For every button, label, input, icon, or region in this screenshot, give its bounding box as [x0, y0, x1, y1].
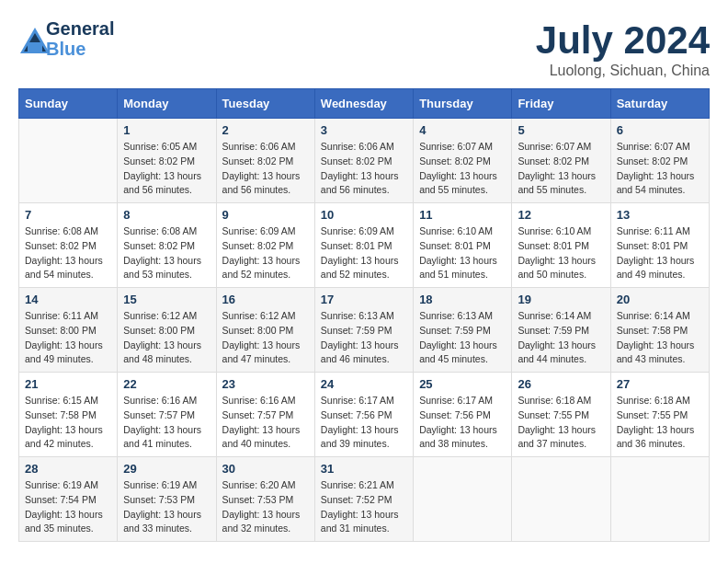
calendar-subtitle: Luolong, Sichuan, China [536, 63, 710, 79]
day-info: Sunrise: 6:17 AM Sunset: 7:56 PM Dayligh… [419, 394, 506, 452]
logo-blue: Blue [46, 39, 114, 59]
calendar-cell [610, 457, 709, 542]
day-number: 11 [419, 208, 506, 222]
calendar-cell: 7Sunrise: 6:08 AM Sunset: 8:02 PM Daylig… [19, 203, 118, 288]
day-info: Sunrise: 6:07 AM Sunset: 8:02 PM Dayligh… [419, 140, 506, 198]
calendar-cell: 28Sunrise: 6:19 AM Sunset: 7:54 PM Dayli… [19, 457, 118, 542]
calendar-cell [512, 457, 610, 542]
calendar-cell: 2Sunrise: 6:06 AM Sunset: 8:02 PM Daylig… [216, 119, 314, 203]
day-info: Sunrise: 6:19 AM Sunset: 7:54 PM Dayligh… [25, 478, 111, 536]
calendar-cell: 6Sunrise: 6:07 AM Sunset: 8:02 PM Daylig… [610, 119, 709, 203]
calendar-cell: 24Sunrise: 6:17 AM Sunset: 7:56 PM Dayli… [314, 373, 413, 457]
day-number: 21 [25, 377, 111, 391]
day-info: Sunrise: 6:07 AM Sunset: 8:02 PM Dayligh… [617, 140, 703, 198]
day-info: Sunrise: 6:21 AM Sunset: 7:52 PM Dayligh… [321, 478, 407, 536]
day-number: 18 [419, 293, 506, 306]
calendar-cell: 23Sunrise: 6:16 AM Sunset: 7:57 PM Dayli… [216, 373, 314, 457]
page-header: General Blue July 2024 Luolong, Sichuan,… [18, 18, 710, 79]
weekday-header-friday: Friday [512, 89, 610, 119]
day-number: 23 [222, 377, 309, 391]
calendar-cell [19, 119, 118, 203]
logo-icon [18, 26, 44, 52]
day-number: 30 [222, 462, 309, 476]
calendar-table: SundayMondayTuesdayWednesdayThursdayFrid… [18, 88, 710, 542]
weekday-header-sunday: Sunday [19, 89, 118, 119]
day-info: Sunrise: 6:08 AM Sunset: 8:02 PM Dayligh… [25, 224, 111, 282]
day-info: Sunrise: 6:18 AM Sunset: 7:55 PM Dayligh… [518, 394, 604, 452]
calendar-cell: 5Sunrise: 6:07 AM Sunset: 8:02 PM Daylig… [512, 119, 610, 203]
day-number: 15 [123, 293, 210, 306]
day-number: 9 [222, 208, 309, 222]
day-info: Sunrise: 6:12 AM Sunset: 8:00 PM Dayligh… [123, 309, 210, 367]
weekday-header-tuesday: Tuesday [216, 89, 314, 119]
calendar-cell [414, 457, 512, 542]
day-info: Sunrise: 6:15 AM Sunset: 7:58 PM Dayligh… [25, 394, 111, 452]
day-number: 10 [321, 208, 407, 222]
day-info: Sunrise: 6:11 AM Sunset: 8:00 PM Dayligh… [25, 309, 111, 367]
day-number: 1 [123, 123, 210, 137]
weekday-header-saturday: Saturday [610, 89, 709, 119]
day-number: 29 [123, 462, 210, 476]
calendar-week-row: 21Sunrise: 6:15 AM Sunset: 7:58 PM Dayli… [19, 373, 710, 457]
day-info: Sunrise: 6:10 AM Sunset: 8:01 PM Dayligh… [518, 224, 604, 282]
calendar-cell: 1Sunrise: 6:05 AM Sunset: 8:02 PM Daylig… [118, 119, 216, 203]
day-number: 4 [419, 123, 506, 137]
day-number: 8 [123, 208, 210, 222]
day-number: 28 [25, 462, 111, 476]
calendar-cell: 21Sunrise: 6:15 AM Sunset: 7:58 PM Dayli… [19, 373, 118, 457]
day-number: 12 [518, 208, 604, 222]
calendar-week-row: 7Sunrise: 6:08 AM Sunset: 8:02 PM Daylig… [19, 203, 710, 288]
calendar-cell: 18Sunrise: 6:13 AM Sunset: 7:59 PM Dayli… [414, 288, 512, 373]
day-info: Sunrise: 6:06 AM Sunset: 8:02 PM Dayligh… [321, 140, 407, 198]
day-number: 6 [617, 123, 703, 137]
calendar-cell: 20Sunrise: 6:14 AM Sunset: 7:58 PM Dayli… [610, 288, 709, 373]
calendar-cell: 10Sunrise: 6:09 AM Sunset: 8:01 PM Dayli… [314, 203, 413, 288]
day-number: 5 [518, 123, 604, 137]
day-number: 25 [419, 377, 506, 391]
calendar-cell: 19Sunrise: 6:14 AM Sunset: 7:59 PM Dayli… [512, 288, 610, 373]
day-info: Sunrise: 6:14 AM Sunset: 7:59 PM Dayligh… [518, 309, 604, 367]
day-number: 16 [222, 293, 309, 306]
day-number: 3 [321, 123, 407, 137]
day-number: 17 [321, 293, 407, 306]
day-info: Sunrise: 6:19 AM Sunset: 7:53 PM Dayligh… [123, 478, 210, 536]
day-number: 26 [518, 377, 604, 391]
day-info: Sunrise: 6:06 AM Sunset: 8:02 PM Dayligh… [222, 140, 309, 198]
weekday-header-thursday: Thursday [414, 89, 512, 119]
calendar-cell: 17Sunrise: 6:13 AM Sunset: 7:59 PM Dayli… [314, 288, 413, 373]
calendar-cell: 16Sunrise: 6:12 AM Sunset: 8:00 PM Dayli… [216, 288, 314, 373]
day-number: 13 [617, 208, 703, 222]
calendar-cell: 26Sunrise: 6:18 AM Sunset: 7:55 PM Dayli… [512, 373, 610, 457]
day-number: 2 [222, 123, 309, 137]
day-info: Sunrise: 6:08 AM Sunset: 8:02 PM Dayligh… [123, 224, 210, 282]
day-info: Sunrise: 6:18 AM Sunset: 7:55 PM Dayligh… [617, 394, 703, 452]
day-info: Sunrise: 6:14 AM Sunset: 7:58 PM Dayligh… [617, 309, 703, 367]
calendar-cell: 13Sunrise: 6:11 AM Sunset: 8:01 PM Dayli… [610, 203, 709, 288]
day-info: Sunrise: 6:13 AM Sunset: 7:59 PM Dayligh… [321, 309, 407, 367]
day-number: 19 [518, 293, 604, 306]
day-number: 24 [321, 377, 407, 391]
day-info: Sunrise: 6:16 AM Sunset: 7:57 PM Dayligh… [123, 394, 210, 452]
day-info: Sunrise: 6:13 AM Sunset: 7:59 PM Dayligh… [419, 309, 506, 367]
day-number: 31 [321, 462, 407, 476]
calendar-cell: 31Sunrise: 6:21 AM Sunset: 7:52 PM Dayli… [314, 457, 413, 542]
calendar-cell: 9Sunrise: 6:09 AM Sunset: 8:02 PM Daylig… [216, 203, 314, 288]
day-number: 22 [123, 377, 210, 391]
calendar-cell: 25Sunrise: 6:17 AM Sunset: 7:56 PM Dayli… [414, 373, 512, 457]
day-number: 20 [617, 293, 703, 306]
day-info: Sunrise: 6:07 AM Sunset: 8:02 PM Dayligh… [518, 140, 604, 198]
day-info: Sunrise: 6:09 AM Sunset: 8:02 PM Dayligh… [222, 224, 309, 282]
day-number: 14 [25, 293, 111, 306]
svg-rect-2 [28, 42, 42, 52]
calendar-cell: 3Sunrise: 6:06 AM Sunset: 8:02 PM Daylig… [314, 119, 413, 203]
calendar-cell: 27Sunrise: 6:18 AM Sunset: 7:55 PM Dayli… [610, 373, 709, 457]
calendar-week-row: 1Sunrise: 6:05 AM Sunset: 8:02 PM Daylig… [19, 119, 710, 203]
calendar-cell: 30Sunrise: 6:20 AM Sunset: 7:53 PM Dayli… [216, 457, 314, 542]
calendar-cell: 14Sunrise: 6:11 AM Sunset: 8:00 PM Dayli… [19, 288, 118, 373]
weekday-header-monday: Monday [118, 89, 216, 119]
calendar-cell: 12Sunrise: 6:10 AM Sunset: 8:01 PM Dayli… [512, 203, 610, 288]
calendar-title: July 2024 [536, 18, 710, 63]
day-info: Sunrise: 6:12 AM Sunset: 8:00 PM Dayligh… [222, 309, 309, 367]
calendar-cell: 11Sunrise: 6:10 AM Sunset: 8:01 PM Dayli… [414, 203, 512, 288]
calendar-cell: 29Sunrise: 6:19 AM Sunset: 7:53 PM Dayli… [118, 457, 216, 542]
